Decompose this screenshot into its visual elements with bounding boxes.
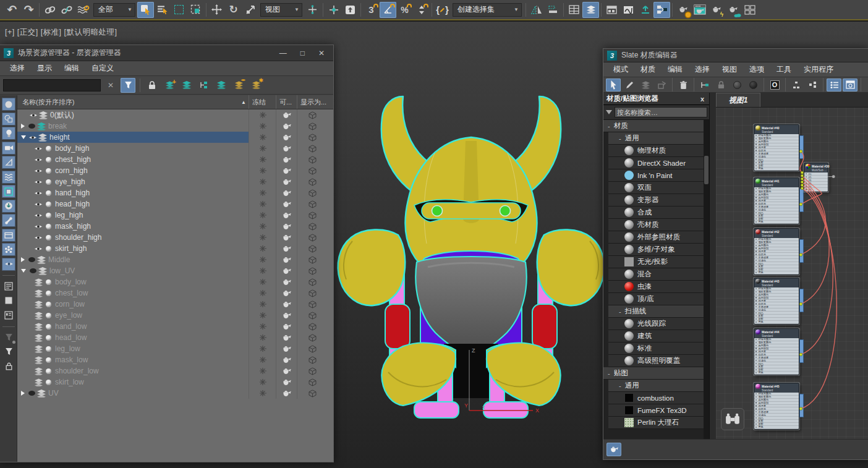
knight-bracer-right[interactable] [532,304,557,349]
display-bones-icon[interactable] [2,214,15,227]
browser-item-标准[interactable]: 标准 [608,342,704,355]
window-crossing-icon[interactable] [187,2,204,18]
tree-row-head_low[interactable]: head_low [17,332,333,343]
hidden-icon[interactable] [27,391,36,396]
tree-row-body_high[interactable]: body_high [17,143,333,154]
browser-close-icon[interactable]: x [699,95,706,103]
tree-row-break[interactable]: break [17,121,333,132]
layout-children-icon[interactable] [805,79,820,91]
layer-icon[interactable] [33,367,43,375]
expand-arrow-icon[interactable] [21,135,26,139]
freeze-icon[interactable] [249,154,276,165]
knight-foot-right[interactable] [483,402,528,418]
display-space-warps-icon[interactable] [2,171,15,184]
layer-icon[interactable] [33,356,43,364]
tree-row-eye_high[interactable]: eye_high [17,176,333,187]
navigator-button[interactable] [721,408,744,430]
use-pivot-point-center-icon[interactable] [304,2,321,18]
renderable-teapot-icon[interactable] [276,276,297,287]
pick-material-from-object-icon[interactable] [622,79,637,91]
select-and-move-icon[interactable] [208,2,225,18]
tree-row-chest_high[interactable]: chest_high [17,154,333,165]
select-tool-icon[interactable] [606,79,621,91]
selection-filter-dropdown[interactable]: 全部▼ [93,3,135,17]
freeze-icon[interactable] [249,187,276,198]
percent-snap-icon[interactable]: % [396,2,413,18]
maximize-button[interactable]: □ [300,49,305,57]
layer-icon[interactable] [36,389,46,398]
menu-选项[interactable]: 选项 [743,64,770,75]
delete-selected-icon[interactable] [676,79,691,91]
sort-arrow-icon[interactable]: ▲ [241,100,249,105]
display-as-cube-icon[interactable] [297,109,333,121]
redo-icon[interactable]: ↷ [20,2,37,18]
browser-item-无光/投影[interactable]: 无光/投影 [608,256,704,268]
freeze-icon[interactable] [249,265,276,276]
toggle-parameter-editor-icon[interactable] [843,79,857,91]
select-by-name-icon[interactable] [154,2,171,18]
renderable-teapot-icon[interactable] [276,132,297,143]
renderable-teapot-icon[interactable] [276,165,297,176]
column-renderable[interactable]: 可... [276,95,297,109]
tree-row-height[interactable]: height [17,132,333,143]
eye-icon[interactable] [33,146,43,151]
panel-splitter[interactable] [710,93,716,439]
rectangular-selection-region-icon[interactable] [171,2,187,18]
create-new-layer-icon[interactable]: + [162,78,177,93]
browser-item-combustion[interactable]: combustion [608,392,704,404]
render-setup-icon[interactable] [674,2,691,18]
browser-item-物理材质[interactable]: 物理材质 [608,145,704,157]
browser-item-外部参照材质[interactable]: 外部参照材质 [608,231,704,244]
tree-row-eye_low[interactable]: eye_low [17,310,333,321]
named-selection-set-dropdown[interactable]: 创建选择集▼ [453,3,522,17]
freeze-icon[interactable] [249,365,276,377]
filter-settings-icon[interactable] [2,331,15,344]
spinner-snap-icon[interactable] [413,2,430,18]
display-as-cube-icon[interactable] [297,154,333,165]
undo-icon[interactable]: ↶ [4,2,20,18]
renderable-teapot-icon[interactable] [276,377,297,388]
hide-layer-icon[interactable] [231,78,246,93]
renderable-teapot-icon[interactable] [276,287,297,299]
move-children-icon[interactable] [697,79,712,91]
eye-icon[interactable] [33,190,43,196]
display-as-cube-icon[interactable] [297,165,333,176]
renderable-teapot-icon[interactable] [276,343,297,354]
renderable-teapot-icon[interactable] [276,243,297,254]
tree-row-chest_low[interactable]: chest_low [17,287,333,299]
menu-视图[interactable]: 视图 [716,64,743,75]
renderable-teapot-icon[interactable] [276,388,297,399]
tree-row-shoulder_low[interactable]: shoulder_low [17,365,333,377]
tree-row-body_low[interactable]: body_low [17,276,333,287]
toggle-ribbon-icon[interactable] [603,2,620,18]
display-as-cube-icon[interactable] [297,332,333,343]
scene-explorer-titlebar[interactable]: 3 场景资源管理器 - 层资源管理器 — □ ✕ [0,45,333,61]
expand-arrow-icon[interactable] [21,391,25,396]
browser-item-光线跟踪[interactable]: 光线跟踪 [608,318,704,330]
freeze-icon[interactable] [249,109,276,121]
browser-group-材质[interactable]: -材质 [603,120,704,132]
tree-row-corn_low[interactable]: corn_low [17,299,333,310]
slate-material-editor-icon[interactable] [653,2,670,18]
layer-icon[interactable] [36,256,46,264]
renderable-teapot-icon[interactable] [276,232,297,243]
browser-item-混合[interactable]: 混合 [608,268,704,281]
layer-icon[interactable] [33,278,43,286]
hidden-icon[interactable] [27,124,36,129]
hidden-icon[interactable] [28,268,38,273]
browser-item-建筑[interactable]: 建筑 [608,330,704,342]
display-as-cube-icon[interactable] [297,354,333,365]
display-as-cube-icon[interactable] [297,377,333,388]
display-as-cube-icon[interactable] [297,254,333,265]
render-production-icon[interactable]: ϟ [708,2,725,18]
browser-group-通用[interactable]: -通用 [608,380,704,392]
browser-item-高级照明覆盖[interactable]: 高级照明覆盖 [608,355,704,367]
display-as-cube-icon[interactable] [297,121,333,132]
eye-icon[interactable] [28,135,38,140]
freeze-icon[interactable] [249,276,276,287]
display-as-cube-icon[interactable] [297,232,333,243]
scene-search-input[interactable] [3,79,101,91]
display-as-cube-icon[interactable] [297,388,333,399]
freeze-icon[interactable] [249,232,276,243]
edit-named-selection-sets-icon[interactable]: {} [434,2,451,18]
